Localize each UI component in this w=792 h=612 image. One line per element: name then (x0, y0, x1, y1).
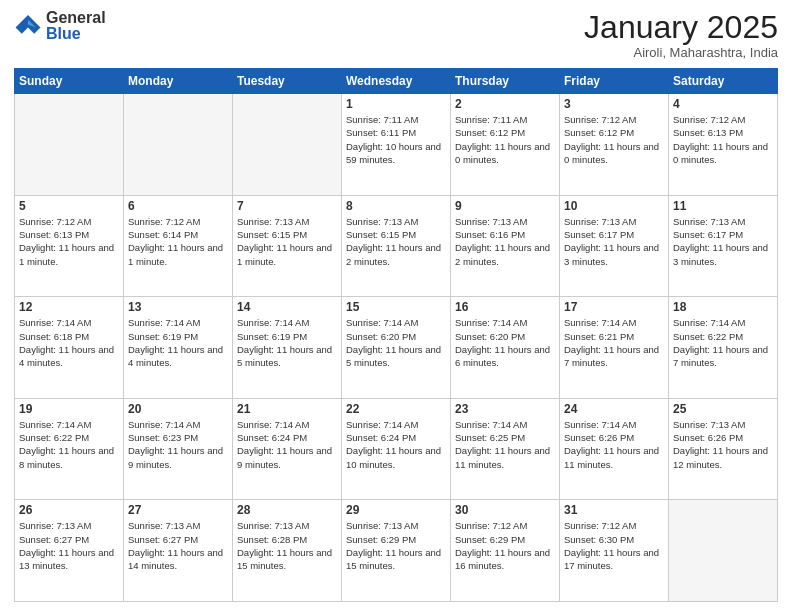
day-number: 20 (128, 402, 228, 416)
daylight-label: Daylight: 11 hours and 2 minutes. (455, 242, 550, 266)
day-info: Sunrise: 7:13 AMSunset: 6:26 PMDaylight:… (673, 418, 773, 471)
calendar-cell: 16Sunrise: 7:14 AMSunset: 6:20 PMDayligh… (451, 297, 560, 399)
daylight-label: Daylight: 11 hours and 10 minutes. (346, 445, 441, 469)
day-info: Sunrise: 7:13 AMSunset: 6:17 PMDaylight:… (564, 215, 664, 268)
day-number: 7 (237, 199, 337, 213)
calendar-cell: 13Sunrise: 7:14 AMSunset: 6:19 PMDayligh… (124, 297, 233, 399)
daylight-label: Daylight: 11 hours and 5 minutes. (237, 344, 332, 368)
daylight-label: Daylight: 11 hours and 17 minutes. (564, 547, 659, 571)
day-number: 16 (455, 300, 555, 314)
sunrise-label: Sunrise: 7:12 AM (564, 520, 636, 531)
logo-general-text: General (46, 10, 106, 26)
day-number: 6 (128, 199, 228, 213)
sunset-label: Sunset: 6:13 PM (19, 229, 89, 240)
day-number: 12 (19, 300, 119, 314)
day-number: 10 (564, 199, 664, 213)
sunrise-label: Sunrise: 7:13 AM (673, 216, 745, 227)
sunset-label: Sunset: 6:21 PM (564, 331, 634, 342)
sunrise-label: Sunrise: 7:14 AM (455, 419, 527, 430)
sunrise-label: Sunrise: 7:14 AM (128, 317, 200, 328)
calendar-cell: 9Sunrise: 7:13 AMSunset: 6:16 PMDaylight… (451, 195, 560, 297)
day-info: Sunrise: 7:13 AMSunset: 6:28 PMDaylight:… (237, 519, 337, 572)
day-info: Sunrise: 7:14 AMSunset: 6:24 PMDaylight:… (237, 418, 337, 471)
day-number: 26 (19, 503, 119, 517)
day-info: Sunrise: 7:13 AMSunset: 6:29 PMDaylight:… (346, 519, 446, 572)
logo-text: General Blue (46, 10, 106, 42)
calendar-cell: 10Sunrise: 7:13 AMSunset: 6:17 PMDayligh… (560, 195, 669, 297)
sunrise-label: Sunrise: 7:14 AM (237, 419, 309, 430)
day-info: Sunrise: 7:14 AMSunset: 6:25 PMDaylight:… (455, 418, 555, 471)
sunset-label: Sunset: 6:12 PM (564, 127, 634, 138)
day-info: Sunrise: 7:12 AMSunset: 6:13 PMDaylight:… (673, 113, 773, 166)
logo-icon (14, 12, 42, 40)
sunrise-label: Sunrise: 7:12 AM (673, 114, 745, 125)
calendar-cell: 11Sunrise: 7:13 AMSunset: 6:17 PMDayligh… (669, 195, 778, 297)
day-info: Sunrise: 7:14 AMSunset: 6:20 PMDaylight:… (346, 316, 446, 369)
day-info: Sunrise: 7:12 AMSunset: 6:29 PMDaylight:… (455, 519, 555, 572)
calendar-cell (669, 500, 778, 602)
sunrise-label: Sunrise: 7:13 AM (346, 216, 418, 227)
calendar-cell (233, 94, 342, 196)
day-info: Sunrise: 7:13 AMSunset: 6:27 PMDaylight:… (19, 519, 119, 572)
sunrise-label: Sunrise: 7:13 AM (673, 419, 745, 430)
calendar-cell: 8Sunrise: 7:13 AMSunset: 6:15 PMDaylight… (342, 195, 451, 297)
sunset-label: Sunset: 6:19 PM (237, 331, 307, 342)
calendar-cell: 2Sunrise: 7:11 AMSunset: 6:12 PMDaylight… (451, 94, 560, 196)
daylight-label: Daylight: 11 hours and 7 minutes. (673, 344, 768, 368)
day-number: 11 (673, 199, 773, 213)
daylight-label: Daylight: 11 hours and 16 minutes. (455, 547, 550, 571)
day-info: Sunrise: 7:14 AMSunset: 6:22 PMDaylight:… (19, 418, 119, 471)
sunset-label: Sunset: 6:28 PM (237, 534, 307, 545)
header-tuesday: Tuesday (233, 69, 342, 94)
daylight-label: Daylight: 11 hours and 14 minutes. (128, 547, 223, 571)
day-info: Sunrise: 7:14 AMSunset: 6:19 PMDaylight:… (237, 316, 337, 369)
calendar-cell: 6Sunrise: 7:12 AMSunset: 6:14 PMDaylight… (124, 195, 233, 297)
daylight-label: Daylight: 10 hours and 59 minutes. (346, 141, 441, 165)
day-number: 27 (128, 503, 228, 517)
daylight-label: Daylight: 11 hours and 7 minutes. (564, 344, 659, 368)
daylight-label: Daylight: 11 hours and 4 minutes. (128, 344, 223, 368)
sunrise-label: Sunrise: 7:13 AM (19, 520, 91, 531)
day-info: Sunrise: 7:14 AMSunset: 6:19 PMDaylight:… (128, 316, 228, 369)
sunrise-label: Sunrise: 7:12 AM (19, 216, 91, 227)
day-info: Sunrise: 7:13 AMSunset: 6:16 PMDaylight:… (455, 215, 555, 268)
sunrise-label: Sunrise: 7:14 AM (673, 317, 745, 328)
day-number: 23 (455, 402, 555, 416)
calendar-week-2: 5Sunrise: 7:12 AMSunset: 6:13 PMDaylight… (15, 195, 778, 297)
day-info: Sunrise: 7:14 AMSunset: 6:23 PMDaylight:… (128, 418, 228, 471)
daylight-label: Daylight: 11 hours and 6 minutes. (455, 344, 550, 368)
sunset-label: Sunset: 6:29 PM (346, 534, 416, 545)
sunrise-label: Sunrise: 7:12 AM (455, 520, 527, 531)
day-info: Sunrise: 7:12 AMSunset: 6:30 PMDaylight:… (564, 519, 664, 572)
sunset-label: Sunset: 6:29 PM (455, 534, 525, 545)
calendar-week-1: 1Sunrise: 7:11 AMSunset: 6:11 PMDaylight… (15, 94, 778, 196)
sunset-label: Sunset: 6:27 PM (19, 534, 89, 545)
day-number: 25 (673, 402, 773, 416)
daylight-label: Daylight: 11 hours and 4 minutes. (19, 344, 114, 368)
day-number: 24 (564, 402, 664, 416)
day-info: Sunrise: 7:14 AMSunset: 6:22 PMDaylight:… (673, 316, 773, 369)
sunset-label: Sunset: 6:30 PM (564, 534, 634, 545)
day-number: 5 (19, 199, 119, 213)
daylight-label: Daylight: 11 hours and 11 minutes. (564, 445, 659, 469)
sunrise-label: Sunrise: 7:13 AM (564, 216, 636, 227)
sunset-label: Sunset: 6:17 PM (673, 229, 743, 240)
day-info: Sunrise: 7:14 AMSunset: 6:24 PMDaylight:… (346, 418, 446, 471)
sunset-label: Sunset: 6:14 PM (128, 229, 198, 240)
header-saturday: Saturday (669, 69, 778, 94)
day-info: Sunrise: 7:13 AMSunset: 6:27 PMDaylight:… (128, 519, 228, 572)
calendar-cell: 26Sunrise: 7:13 AMSunset: 6:27 PMDayligh… (15, 500, 124, 602)
sunrise-label: Sunrise: 7:13 AM (237, 216, 309, 227)
sunset-label: Sunset: 6:26 PM (564, 432, 634, 443)
sunrise-label: Sunrise: 7:14 AM (19, 419, 91, 430)
header-wednesday: Wednesday (342, 69, 451, 94)
sunset-label: Sunset: 6:12 PM (455, 127, 525, 138)
sunset-label: Sunset: 6:20 PM (455, 331, 525, 342)
month-title: January 2025 (584, 10, 778, 45)
daylight-label: Daylight: 11 hours and 1 minute. (19, 242, 114, 266)
calendar-cell: 7Sunrise: 7:13 AMSunset: 6:15 PMDaylight… (233, 195, 342, 297)
calendar-cell: 25Sunrise: 7:13 AMSunset: 6:26 PMDayligh… (669, 398, 778, 500)
sunset-label: Sunset: 6:18 PM (19, 331, 89, 342)
sunset-label: Sunset: 6:24 PM (237, 432, 307, 443)
day-info: Sunrise: 7:14 AMSunset: 6:26 PMDaylight:… (564, 418, 664, 471)
